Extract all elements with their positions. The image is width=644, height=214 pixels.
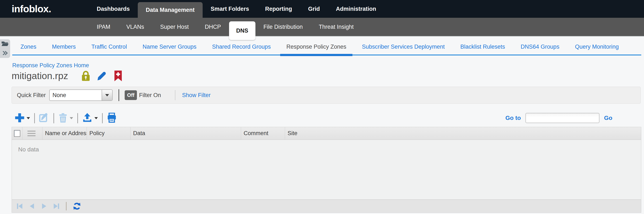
chevron-down-icon: [70, 117, 73, 119]
tab-traffic-control[interactable]: Traffic Control: [84, 37, 135, 56]
refresh-icon[interactable]: [72, 202, 81, 210]
divider: [66, 202, 66, 210]
expand-chevrons-icon: [2, 50, 8, 57]
column-header-comment[interactable]: Comment: [241, 127, 285, 140]
add-button[interactable]: [15, 113, 30, 123]
subnav-item-super-host[interactable]: Super Host: [152, 18, 197, 36]
column-header-policy[interactable]: Policy: [87, 127, 130, 140]
edit-icon: [39, 113, 49, 124]
select-dropdown-button[interactable]: [102, 90, 112, 100]
last-page-icon[interactable]: [53, 202, 60, 210]
nav-item-smart-folders[interactable]: Smart Folders: [202, 0, 257, 18]
prev-page-icon[interactable]: [28, 202, 36, 210]
add-icon: [15, 113, 24, 123]
nav-item-reporting[interactable]: Reporting: [257, 0, 300, 18]
chevron-down-icon: [105, 94, 109, 96]
tab-response-policy-zones[interactable]: Response Policy Zones: [278, 37, 354, 56]
table-header: Name or Address Policy Data Comment Site: [12, 127, 641, 140]
row-menu-icon[interactable]: [28, 131, 36, 136]
nav-item-data-management[interactable]: Data Management: [138, 2, 202, 18]
filter-toggle-off[interactable]: Off: [125, 90, 137, 100]
subnav-item-vlans[interactable]: VLANs: [118, 18, 152, 36]
tab-underline: [12, 55, 641, 55]
quick-filter-label: Quick Filter: [17, 92, 46, 99]
divider: [34, 113, 35, 123]
infoblox-logo: infoblox.: [12, 3, 51, 15]
grid-toolbar: [15, 111, 117, 126]
bookmark-add-icon[interactable]: [114, 70, 122, 82]
delete-icon: [58, 113, 68, 124]
subnav-item-dns[interactable]: DNS: [229, 21, 256, 40]
column-header-data[interactable]: Data: [130, 127, 241, 140]
quick-filter-select[interactable]: None: [49, 89, 112, 101]
print-icon: [107, 113, 117, 124]
lock-icon: [81, 70, 91, 81]
open-folder-icon: [1, 41, 9, 48]
chevron-down-icon: [26, 117, 30, 119]
pagination-bar: [12, 199, 641, 212]
upload-button[interactable]: [82, 113, 98, 124]
tab-query-monitoring[interactable]: Query Monitoring: [567, 37, 626, 56]
page-title: mitigation.rpz: [12, 70, 68, 81]
goto-cluster: Go to Go: [506, 112, 612, 124]
chevron-down-icon: [94, 117, 98, 119]
edit-button[interactable]: [39, 113, 49, 124]
title-row: mitigation.rpz: [12, 70, 122, 82]
filter-on-label: Filter On: [139, 92, 161, 99]
subnav-item-file-distribution[interactable]: File Distribution: [256, 18, 311, 36]
show-filter-link[interactable]: Show Filter: [182, 92, 211, 99]
divider: [54, 113, 54, 123]
nav-item-grid[interactable]: Grid: [300, 0, 328, 18]
goto-input[interactable]: [526, 113, 600, 123]
tab-zones[interactable]: Zones: [13, 37, 44, 56]
edit-pencil-icon[interactable]: [97, 71, 108, 81]
go-button[interactable]: Go: [604, 115, 612, 121]
finder-panel-toggle[interactable]: [0, 39, 10, 58]
subnav-item-ipam[interactable]: IPAM: [89, 18, 118, 36]
nav-item-dashboards[interactable]: Dashboards: [89, 0, 138, 18]
goto-label: Go to: [506, 115, 521, 121]
top-nav: infoblox. Dashboards Data Management Sma…: [0, 0, 644, 18]
table-body: No data: [12, 140, 641, 199]
column-header-name-or-address[interactable]: Name or Address: [42, 127, 87, 140]
dns-tab-bar: Zones Members Traffic Control Name Serve…: [0, 37, 644, 57]
tab-dns64-groups[interactable]: DNS64 Groups: [513, 37, 567, 56]
tab-blacklist-rulesets[interactable]: Blacklist Rulesets: [452, 37, 513, 56]
print-button[interactable]: [107, 113, 117, 124]
divider: [175, 90, 175, 100]
quick-filter-value: None: [50, 92, 102, 99]
quick-filter-bar: Quick Filter None Off Filter On Show Fil…: [12, 87, 640, 104]
divider: [77, 113, 78, 123]
column-header-site[interactable]: Site: [285, 127, 641, 140]
tab-name-server-groups[interactable]: Name Server Groups: [135, 37, 204, 56]
sub-menu: IPAM VLANs Super Host DHCP DNS File Dist…: [89, 18, 362, 36]
empty-state-text: No data: [12, 140, 641, 153]
subnav-item-threat-insight[interactable]: Threat Insight: [311, 18, 362, 36]
tab-members[interactable]: Members: [44, 37, 84, 56]
divider: [118, 89, 119, 101]
subnav-item-dhcp[interactable]: DHCP: [197, 18, 229, 36]
next-page-icon[interactable]: [40, 202, 48, 210]
tab-subscriber-services-deployment[interactable]: Subscriber Services Deployment: [354, 37, 452, 56]
upload-icon: [82, 113, 92, 124]
divider: [102, 113, 103, 123]
rpz-records-table: Name or Address Policy Data Comment Site…: [12, 127, 641, 213]
breadcrumb[interactable]: Response Policy Zones Home: [12, 62, 89, 69]
select-all-checkbox[interactable]: [14, 130, 20, 137]
top-menu: Dashboards Data Management Smart Folders…: [89, 0, 384, 18]
delete-button[interactable]: [58, 113, 73, 124]
sub-nav: IPAM VLANs Super Host DHCP DNS File Dist…: [0, 18, 644, 36]
nav-item-administration[interactable]: Administration: [328, 0, 384, 18]
first-page-icon[interactable]: [16, 202, 23, 210]
